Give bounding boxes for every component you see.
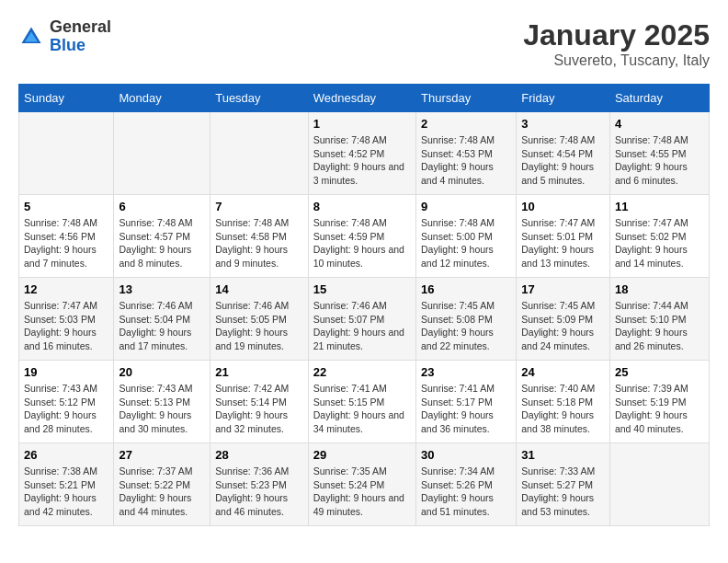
calendar-cell: 22Sunrise: 7:41 AMSunset: 5:15 PMDayligh… [308,361,415,443]
day-info: Sunrise: 7:40 AMSunset: 5:18 PMDaylight:… [521,382,605,436]
column-header-tuesday: Tuesday [210,85,309,112]
day-number: 19 [24,365,108,379]
day-number: 16 [421,282,511,296]
day-info: Sunrise: 7:42 AMSunset: 5:14 PMDaylight:… [215,382,303,436]
calendar-cell: 6Sunrise: 7:48 AMSunset: 4:57 PMDaylight… [114,195,210,278]
week-row-4: 19Sunrise: 7:43 AMSunset: 5:12 PMDayligh… [19,361,710,443]
day-number: 7 [215,200,303,213]
column-header-monday: Monday [114,85,210,112]
calendar-cell: 13Sunrise: 7:46 AMSunset: 5:04 PMDayligh… [114,278,210,361]
logo-icon [18,24,44,50]
day-info: Sunrise: 7:43 AMSunset: 5:13 PMDaylight:… [119,382,205,436]
day-number: 15 [313,282,411,296]
calendar-cell: 10Sunrise: 7:47 AMSunset: 5:01 PMDayligh… [517,195,610,278]
calendar-cell: 30Sunrise: 7:34 AMSunset: 5:26 PMDayligh… [416,443,517,526]
header-row: SundayMondayTuesdayWednesdayThursdayFrid… [19,85,710,112]
day-number: 13 [119,282,205,296]
day-info: Sunrise: 7:41 AMSunset: 5:15 PMDaylight:… [313,382,411,436]
day-number: 1 [313,117,411,131]
day-info: Sunrise: 7:45 AMSunset: 5:08 PMDaylight:… [421,299,511,353]
calendar-cell [609,443,709,526]
day-number: 26 [24,448,108,462]
day-info: Sunrise: 7:48 AMSunset: 5:00 PMDaylight:… [421,216,511,270]
day-info: Sunrise: 7:35 AMSunset: 5:24 PMDaylight:… [313,465,411,519]
day-info: Sunrise: 7:41 AMSunset: 5:17 PMDaylight:… [421,382,511,436]
day-info: Sunrise: 7:38 AMSunset: 5:21 PMDaylight:… [24,465,108,519]
logo-general-text: General [50,18,111,37]
day-info: Sunrise: 7:48 AMSunset: 4:57 PMDaylight:… [119,216,205,270]
day-number: 9 [421,200,511,213]
day-info: Sunrise: 7:39 AMSunset: 5:19 PMDaylight:… [615,382,704,436]
day-info: Sunrise: 7:46 AMSunset: 5:04 PMDaylight:… [119,299,205,353]
day-info: Sunrise: 7:48 AMSunset: 4:54 PMDaylight:… [521,133,605,188]
week-row-1: 1Sunrise: 7:48 AMSunset: 4:52 PMDaylight… [19,112,710,195]
subtitle: Suvereto, Tuscany, Italy [523,52,710,69]
day-info: Sunrise: 7:47 AMSunset: 5:02 PMDaylight:… [615,216,704,270]
calendar-cell: 31Sunrise: 7:33 AMSunset: 5:27 PMDayligh… [517,443,610,526]
day-info: Sunrise: 7:48 AMSunset: 4:53 PMDaylight:… [421,133,511,188]
logo-text: General Blue [50,18,111,55]
logo-blue-text: Blue [50,37,111,55]
logo: General Blue [18,18,111,55]
day-number: 27 [119,448,205,462]
day-info: Sunrise: 7:48 AMSunset: 4:52 PMDaylight:… [313,133,411,188]
day-number: 5 [24,200,108,213]
calendar-cell: 7Sunrise: 7:48 AMSunset: 4:58 PMDaylight… [210,195,309,278]
day-info: Sunrise: 7:48 AMSunset: 4:58 PMDaylight:… [215,216,303,270]
calendar-cell: 17Sunrise: 7:45 AMSunset: 5:09 PMDayligh… [517,278,610,361]
calendar-cell: 19Sunrise: 7:43 AMSunset: 5:12 PMDayligh… [19,361,114,443]
day-number: 6 [119,200,205,213]
day-number: 20 [119,365,205,379]
day-info: Sunrise: 7:45 AMSunset: 5:09 PMDaylight:… [521,299,605,353]
page-header: General Blue January 2025 Suvereto, Tusc… [18,18,710,69]
day-number: 17 [521,282,605,296]
day-number: 30 [421,448,511,462]
calendar-cell [210,112,309,195]
calendar-cell: 14Sunrise: 7:46 AMSunset: 5:05 PMDayligh… [210,278,309,361]
day-number: 29 [313,448,411,462]
day-info: Sunrise: 7:34 AMSunset: 5:26 PMDaylight:… [421,465,511,519]
calendar-cell: 29Sunrise: 7:35 AMSunset: 5:24 PMDayligh… [308,443,415,526]
calendar-cell: 24Sunrise: 7:40 AMSunset: 5:18 PMDayligh… [517,361,610,443]
week-row-5: 26Sunrise: 7:38 AMSunset: 5:21 PMDayligh… [19,443,710,526]
calendar-cell: 27Sunrise: 7:37 AMSunset: 5:22 PMDayligh… [114,443,210,526]
title-block: January 2025 Suvereto, Tuscany, Italy [523,18,710,69]
day-info: Sunrise: 7:48 AMSunset: 4:55 PMDaylight:… [615,133,704,188]
day-info: Sunrise: 7:37 AMSunset: 5:22 PMDaylight:… [119,465,205,519]
day-number: 23 [421,365,511,379]
calendar-cell: 15Sunrise: 7:46 AMSunset: 5:07 PMDayligh… [308,278,415,361]
day-number: 12 [24,282,108,296]
day-info: Sunrise: 7:36 AMSunset: 5:23 PMDaylight:… [215,465,303,519]
calendar-cell: 28Sunrise: 7:36 AMSunset: 5:23 PMDayligh… [210,443,309,526]
day-number: 8 [313,200,411,213]
calendar-cell: 21Sunrise: 7:42 AMSunset: 5:14 PMDayligh… [210,361,309,443]
week-row-3: 12Sunrise: 7:47 AMSunset: 5:03 PMDayligh… [19,278,710,361]
day-number: 14 [215,282,303,296]
week-row-2: 5Sunrise: 7:48 AMSunset: 4:56 PMDaylight… [19,195,710,278]
day-info: Sunrise: 7:46 AMSunset: 5:07 PMDaylight:… [313,299,411,353]
day-number: 28 [215,448,303,462]
column-header-thursday: Thursday [416,85,517,112]
day-number: 18 [615,282,704,296]
day-number: 3 [521,117,605,131]
calendar-cell: 18Sunrise: 7:44 AMSunset: 5:10 PMDayligh… [609,278,709,361]
day-info: Sunrise: 7:48 AMSunset: 4:59 PMDaylight:… [313,216,411,270]
day-info: Sunrise: 7:47 AMSunset: 5:03 PMDaylight:… [24,299,108,353]
day-number: 25 [615,365,704,379]
main-title: January 2025 [523,18,710,52]
day-number: 4 [615,117,704,131]
calendar-cell: 2Sunrise: 7:48 AMSunset: 4:53 PMDaylight… [416,112,517,195]
calendar-cell: 12Sunrise: 7:47 AMSunset: 5:03 PMDayligh… [19,278,114,361]
calendar-table: SundayMondayTuesdayWednesdayThursdayFrid… [18,84,710,526]
day-number: 11 [615,200,704,213]
column-header-friday: Friday [517,85,610,112]
calendar-cell: 23Sunrise: 7:41 AMSunset: 5:17 PMDayligh… [416,361,517,443]
day-number: 22 [313,365,411,379]
calendar-cell: 16Sunrise: 7:45 AMSunset: 5:08 PMDayligh… [416,278,517,361]
calendar-cell: 11Sunrise: 7:47 AMSunset: 5:02 PMDayligh… [609,195,709,278]
day-info: Sunrise: 7:48 AMSunset: 4:56 PMDaylight:… [24,216,108,270]
calendar-cell: 4Sunrise: 7:48 AMSunset: 4:55 PMDaylight… [609,112,709,195]
day-info: Sunrise: 7:44 AMSunset: 5:10 PMDaylight:… [615,299,704,353]
calendar-cell: 5Sunrise: 7:48 AMSunset: 4:56 PMDaylight… [19,195,114,278]
day-number: 31 [521,448,605,462]
